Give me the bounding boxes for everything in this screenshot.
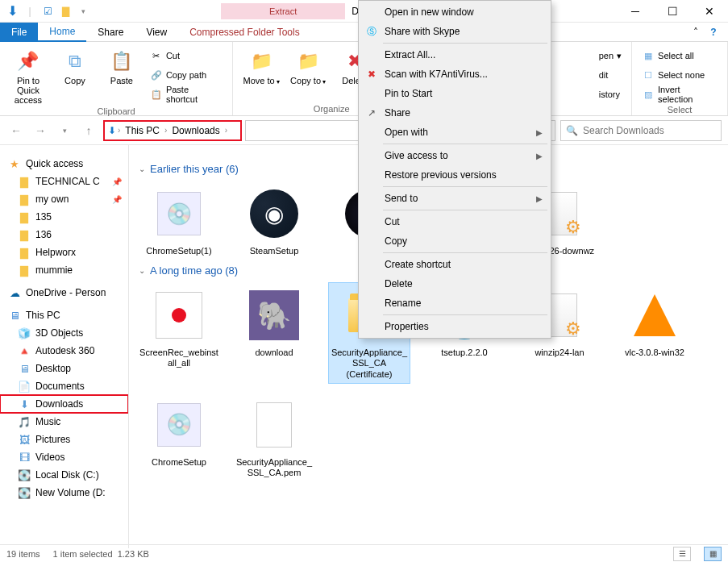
context-menu-item[interactable]: Restore previous versions — [360, 165, 549, 185]
nav-onedrive[interactable]: ☁OneDrive - Person — [0, 284, 128, 302]
help-icon[interactable]: ? — [704, 27, 723, 38]
open-button[interactable]: pen ▾ — [596, 47, 625, 65]
search-box[interactable]: 🔍 — [560, 120, 722, 141]
move-to-button[interactable]: 📁 Move to ▾ — [239, 45, 283, 85]
context-menu-item[interactable]: ⓈShare with Skype — [360, 22, 549, 41]
context-menu-item[interactable]: Copy — [360, 231, 549, 251]
file-item[interactable]: ◉SteamSetup — [234, 181, 314, 260]
context-menu-item[interactable]: Cut — [360, 212, 549, 231]
copy-path-button[interactable]: 🔗Copy path — [147, 66, 226, 84]
nav-quick-item[interactable]: ▇my own📌 — [0, 190, 128, 208]
file-item[interactable]: 💿ChromeSetup(1) — [139, 181, 219, 260]
tab-home[interactable]: Home — [38, 23, 86, 42]
chevron-right-icon[interactable]: › — [164, 126, 167, 135]
nav-quick-item[interactable]: ▇135 — [0, 208, 128, 226]
nav-quick-item[interactable]: ▇136 — [0, 226, 128, 244]
nav-pc-item[interactable]: 🔺Autodesk 360 — [0, 342, 128, 360]
nav-thispc[interactable]: 🖥This PC — [0, 306, 128, 324]
context-menu-item[interactable]: Rename — [360, 293, 549, 313]
group-longago-label: A long time ago (8) — [150, 264, 238, 277]
ribbon-collapse-icon[interactable]: ˄ — [688, 27, 704, 38]
nav-quick-item[interactable]: ▇TECHNICAL C📌 — [0, 173, 128, 190]
back-button[interactable]: ← — [6, 121, 26, 140]
forward-button[interactable]: → — [31, 121, 50, 140]
select-all-button[interactable]: ▦Select all — [639, 47, 721, 65]
context-menu-item[interactable]: Pin to Start — [360, 84, 549, 103]
nav-quick-access[interactable]: ★Quick access — [0, 155, 128, 173]
tab-share[interactable]: Share — [86, 23, 135, 42]
context-menu-item[interactable]: Properties — [360, 317, 549, 336]
checkbox-icon[interactable]: ☑ — [40, 4, 55, 19]
cut-label: Cut — [166, 51, 180, 60]
context-menu-item[interactable]: Extract All... — [360, 45, 549, 65]
chevron-down-icon: ⌄ — [139, 266, 145, 275]
context-menu-item[interactable]: ✖Scan with K7AntiVirus... — [360, 65, 549, 84]
nav-quick-item[interactable]: ▇mummie — [0, 261, 128, 279]
edit-label: dit — [599, 70, 609, 80]
file-item[interactable]: ScreenRec_webinstall_all — [139, 283, 219, 383]
nav-pc-item[interactable]: 🎞Videos — [0, 448, 128, 466]
nav-pc-item[interactable]: ⬇Downloads — [0, 395, 128, 413]
nav-pc-item[interactable]: 📄Documents — [0, 377, 128, 395]
nav-pc-item[interactable]: 🎵Music — [0, 413, 128, 431]
history-button[interactable]: istory — [596, 85, 625, 103]
nav-pc-item[interactable]: 🖼Pictures — [0, 431, 128, 448]
tab-compressed-tools[interactable]: Compressed Folder Tools — [178, 23, 311, 42]
folder-icon[interactable]: ▇ — [58, 4, 73, 19]
nav-pc-item[interactable]: 🖥Desktop — [0, 360, 128, 377]
context-menu-item[interactable]: Open with▶ — [360, 123, 549, 142]
up-button[interactable]: ↑ — [79, 121, 98, 140]
invert-selection-button[interactable]: ▨Invert selection — [639, 85, 721, 103]
paste-button[interactable]: 📋 Paste — [100, 45, 144, 85]
menu-item-label: Delete — [385, 278, 413, 289]
move-icon: 📁 — [248, 48, 274, 74]
context-menu-item[interactable]: ↗Share — [360, 103, 549, 123]
select-none-button[interactable]: ☐Select none — [639, 66, 721, 84]
context-menu-item[interactable]: Open in new window — [360, 2, 549, 22]
edit-button[interactable]: dit — [596, 66, 625, 84]
cut-button[interactable]: ✂Cut — [147, 47, 226, 65]
context-menu-item[interactable]: Give access to▶ — [360, 146, 549, 165]
file-item[interactable]: SecurityAppliance_SSL_CA.pem — [234, 393, 314, 481]
nav-quick-item[interactable]: ▇Helpworx — [0, 244, 128, 261]
search-input[interactable] — [583, 125, 716, 136]
breadcrumb[interactable]: ⬇ › This PC › Downloads › — [103, 120, 242, 141]
context-menu-item[interactable]: Send to▶ — [360, 189, 549, 208]
chevron-right-icon[interactable]: › — [225, 126, 227, 135]
select-all-icon: ▦ — [642, 49, 655, 62]
file-item[interactable]: 🐘download — [234, 283, 314, 383]
maximize-button[interactable]: ☐ — [654, 0, 691, 23]
file-thumbnail — [626, 286, 684, 344]
context-menu[interactable]: Open in new windowⓈShare with SkypeExtra… — [358, 0, 551, 339]
breadcrumb-thispc[interactable]: This PC — [122, 125, 163, 136]
nav-pc-item[interactable]: 💽Local Disk (C:) — [0, 466, 128, 484]
file-item[interactable]: vlc-3.0.8-win32 — [614, 283, 695, 383]
minimize-button[interactable]: ─ — [617, 0, 654, 23]
close-button[interactable]: ✕ — [691, 0, 728, 23]
copy-to-button[interactable]: 📁 Copy to ▾ — [286, 45, 330, 85]
group-clipboard-label: Clipboard — [6, 105, 226, 118]
tab-file[interactable]: File — [0, 23, 38, 42]
copy-button[interactable]: ⧉ Copy — [53, 45, 97, 85]
breadcrumb-downloads[interactable]: Downloads — [168, 125, 223, 136]
chevron-right-icon[interactable]: › — [118, 126, 120, 135]
folder-icon: ▇ — [18, 228, 31, 241]
context-menu-item[interactable]: Create shortcut — [360, 255, 549, 274]
context-menu-item[interactable]: Delete — [360, 274, 549, 293]
nav-pc-item[interactable]: 💽New Volume (D: — [0, 484, 128, 502]
qat-dropdown-icon[interactable]: ▾ — [76, 4, 90, 19]
file-thumbnail: 🐘 — [245, 286, 303, 344]
tab-view[interactable]: View — [135, 23, 178, 42]
pin-to-quick-access-button[interactable]: 📌 Pin to Quick access — [6, 45, 50, 105]
menu-item-label: Send to — [385, 193, 418, 204]
nav-pc-item[interactable]: 🧊3D Objects — [0, 324, 128, 342]
status-bar: 19 items 1 item selected 1.23 KB ☰ ▦ — [0, 544, 728, 562]
icons-view-button[interactable]: ▦ — [704, 547, 722, 561]
status-selected: 1 item selected 1.23 KB — [53, 549, 149, 559]
navigation-pane[interactable]: ★Quick access ▇TECHNICAL C📌▇my own📌▇135▇… — [0, 145, 129, 548]
folder-icon: 💽 — [18, 468, 31, 481]
details-view-button[interactable]: ☰ — [673, 547, 691, 561]
recent-dropdown-icon[interactable]: ▾ — [55, 121, 74, 140]
file-item[interactable]: 💿ChromeSetup — [139, 393, 219, 481]
paste-shortcut-button[interactable]: 📋Paste shortcut — [147, 85, 226, 103]
